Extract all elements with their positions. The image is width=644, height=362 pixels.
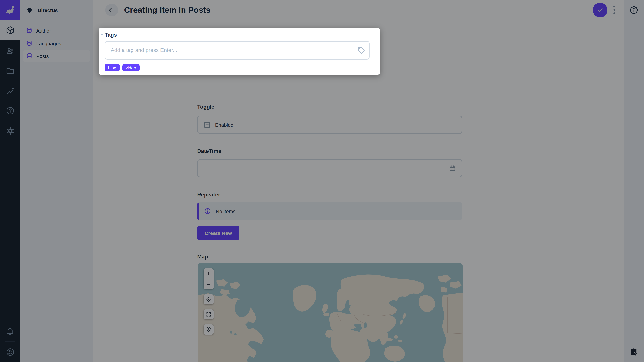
tags-field-card: Tags blog video — [98, 28, 380, 75]
app-window: Toggle Enabled DateTime Repeater No item… — [0, 0, 644, 362]
tag-chip[interactable]: blog — [105, 64, 120, 71]
tag-chip[interactable]: video — [122, 64, 139, 71]
tags-field-label: Tags — [105, 32, 117, 38]
edited-indicator-dot — [101, 33, 103, 35]
tag-icon — [357, 46, 365, 56]
tag-chip-list: blog video — [105, 64, 380, 71]
tags-input[interactable] — [105, 41, 370, 60]
tags-input-wrapper — [105, 41, 370, 60]
tags-label-row: Tags — [105, 32, 380, 38]
